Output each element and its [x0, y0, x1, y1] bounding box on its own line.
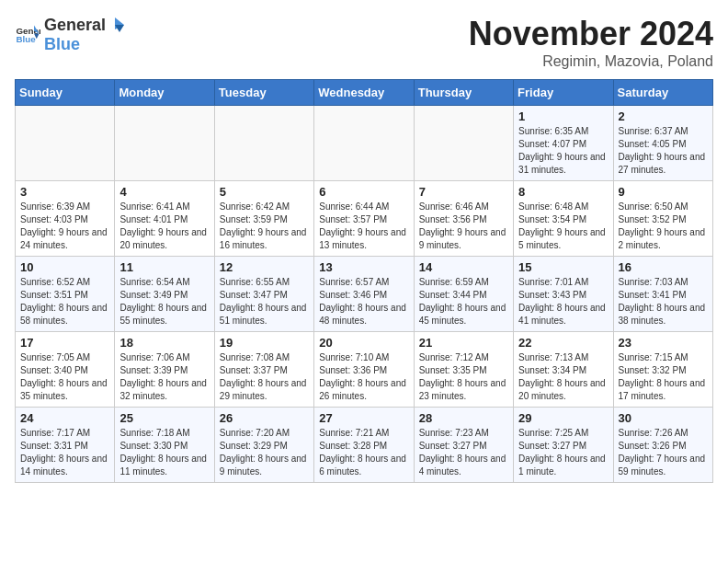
day-number: 22 — [518, 336, 608, 350]
day-info: Sunrise: 6:48 AM Sunset: 3:54 PM Dayligh… — [518, 201, 608, 252]
day-info: Sunrise: 6:41 AM Sunset: 4:01 PM Dayligh… — [119, 201, 209, 252]
svg-text:Blue: Blue — [16, 34, 36, 44]
calendar-cell: 12Sunrise: 6:55 AM Sunset: 3:47 PM Dayli… — [214, 257, 313, 332]
week-row-3: 10Sunrise: 6:52 AM Sunset: 3:51 PM Dayli… — [16, 257, 713, 332]
day-number: 28 — [419, 411, 508, 425]
logo-general-text: General — [44, 16, 106, 35]
calendar-cell: 10Sunrise: 6:52 AM Sunset: 3:51 PM Dayli… — [16, 257, 115, 332]
day-info: Sunrise: 6:35 AM Sunset: 4:07 PM Dayligh… — [518, 125, 608, 177]
day-number: 12 — [220, 260, 309, 274]
day-number: 5 — [220, 185, 309, 199]
calendar-cell: 13Sunrise: 6:57 AM Sunset: 3:46 PM Dayli… — [314, 257, 414, 332]
month-title: November 2024 — [469, 15, 713, 53]
day-number: 4 — [119, 185, 209, 199]
calendar-cell: 18Sunrise: 7:06 AM Sunset: 3:39 PM Dayli… — [115, 332, 214, 408]
day-info: Sunrise: 7:12 AM Sunset: 3:35 PM Dayligh… — [419, 351, 508, 403]
day-info: Sunrise: 6:54 AM Sunset: 3:49 PM Dayligh… — [119, 276, 209, 327]
calendar-cell: 15Sunrise: 7:01 AM Sunset: 3:43 PM Dayli… — [514, 257, 613, 332]
title-area: November 2024 Regimin, Mazovia, Poland — [469, 15, 713, 70]
day-number: 30 — [619, 411, 708, 425]
day-number: 27 — [319, 411, 408, 425]
weekday-header-thursday: Thursday — [414, 80, 513, 106]
location-title: Regimin, Mazovia, Poland — [469, 53, 713, 70]
weekday-header-row: SundayMondayTuesdayWednesdayThursdayFrid… — [16, 80, 713, 106]
day-info: Sunrise: 7:17 AM Sunset: 3:31 PM Dayligh… — [20, 427, 109, 478]
calendar-cell — [314, 106, 414, 181]
calendar-cell: 11Sunrise: 6:54 AM Sunset: 3:49 PM Dayli… — [115, 257, 214, 332]
day-number: 14 — [419, 260, 508, 274]
day-number: 1 — [518, 109, 608, 123]
calendar-cell: 17Sunrise: 7:05 AM Sunset: 3:40 PM Dayli… — [16, 332, 115, 408]
calendar-cell: 26Sunrise: 7:20 AM Sunset: 3:29 PM Dayli… — [214, 408, 313, 483]
day-number: 26 — [220, 411, 309, 425]
day-info: Sunrise: 6:55 AM Sunset: 3:47 PM Dayligh… — [220, 276, 309, 327]
calendar-cell: 23Sunrise: 7:15 AM Sunset: 3:32 PM Dayli… — [613, 332, 712, 408]
day-info: Sunrise: 7:15 AM Sunset: 3:32 PM Dayligh… — [619, 351, 708, 403]
calendar-cell: 24Sunrise: 7:17 AM Sunset: 3:31 PM Dayli… — [16, 408, 115, 483]
day-number: 11 — [119, 260, 209, 274]
day-number: 13 — [319, 260, 408, 274]
day-info: Sunrise: 6:50 AM Sunset: 3:52 PM Dayligh… — [619, 201, 708, 252]
calendar-table: SundayMondayTuesdayWednesdayThursdayFrid… — [15, 79, 713, 483]
weekday-header-monday: Monday — [115, 80, 214, 106]
calendar-cell: 3Sunrise: 6:39 AM Sunset: 4:03 PM Daylig… — [16, 181, 115, 257]
week-row-2: 3Sunrise: 6:39 AM Sunset: 4:03 PM Daylig… — [16, 181, 713, 257]
calendar-cell: 4Sunrise: 6:41 AM Sunset: 4:01 PM Daylig… — [115, 181, 214, 257]
day-info: Sunrise: 7:01 AM Sunset: 3:43 PM Dayligh… — [518, 276, 608, 327]
calendar-cell: 22Sunrise: 7:13 AM Sunset: 3:34 PM Dayli… — [514, 332, 613, 408]
day-info: Sunrise: 7:26 AM Sunset: 3:26 PM Dayligh… — [619, 427, 708, 478]
logo-arrow-icon — [108, 15, 128, 35]
calendar-cell: 28Sunrise: 7:23 AM Sunset: 3:27 PM Dayli… — [414, 408, 513, 483]
weekday-header-tuesday: Tuesday — [214, 80, 313, 106]
day-info: Sunrise: 6:52 AM Sunset: 3:51 PM Dayligh… — [20, 276, 109, 327]
day-info: Sunrise: 6:44 AM Sunset: 3:57 PM Dayligh… — [319, 201, 408, 252]
day-info: Sunrise: 6:59 AM Sunset: 3:44 PM Dayligh… — [419, 276, 508, 327]
day-number: 24 — [20, 411, 109, 425]
week-row-1: 1Sunrise: 6:35 AM Sunset: 4:07 PM Daylig… — [16, 106, 713, 181]
day-info: Sunrise: 7:18 AM Sunset: 3:30 PM Dayligh… — [119, 427, 209, 478]
day-number: 25 — [119, 411, 209, 425]
day-number: 16 — [619, 260, 708, 274]
calendar-cell — [16, 106, 115, 181]
day-number: 3 — [20, 185, 109, 199]
day-info: Sunrise: 7:08 AM Sunset: 3:37 PM Dayligh… — [220, 351, 309, 403]
day-number: 15 — [518, 260, 608, 274]
day-info: Sunrise: 7:05 AM Sunset: 3:40 PM Dayligh… — [20, 351, 109, 403]
day-info: Sunrise: 7:20 AM Sunset: 3:29 PM Dayligh… — [220, 427, 309, 478]
day-info: Sunrise: 7:13 AM Sunset: 3:34 PM Dayligh… — [518, 351, 608, 403]
day-number: 23 — [619, 336, 708, 350]
calendar-cell: 14Sunrise: 6:59 AM Sunset: 3:44 PM Dayli… — [414, 257, 513, 332]
calendar-cell: 29Sunrise: 7:25 AM Sunset: 3:27 PM Dayli… — [514, 408, 613, 483]
day-number: 6 — [319, 185, 408, 199]
calendar-cell: 21Sunrise: 7:12 AM Sunset: 3:35 PM Dayli… — [414, 332, 513, 408]
calendar-cell: 19Sunrise: 7:08 AM Sunset: 3:37 PM Dayli… — [214, 332, 313, 408]
calendar-cell: 2Sunrise: 6:37 AM Sunset: 4:05 PM Daylig… — [613, 106, 712, 181]
day-number: 29 — [518, 411, 608, 425]
week-row-4: 17Sunrise: 7:05 AM Sunset: 3:40 PM Dayli… — [16, 332, 713, 408]
calendar-cell: 1Sunrise: 6:35 AM Sunset: 4:07 PM Daylig… — [514, 106, 613, 181]
day-info: Sunrise: 7:25 AM Sunset: 3:27 PM Dayligh… — [518, 427, 608, 478]
calendar-cell — [214, 106, 313, 181]
day-info: Sunrise: 7:03 AM Sunset: 3:41 PM Dayligh… — [619, 276, 708, 327]
calendar-cell: 20Sunrise: 7:10 AM Sunset: 3:36 PM Dayli… — [314, 332, 414, 408]
day-number: 8 — [518, 185, 608, 199]
calendar-cell: 9Sunrise: 6:50 AM Sunset: 3:52 PM Daylig… — [613, 181, 712, 257]
calendar-cell: 5Sunrise: 6:42 AM Sunset: 3:59 PM Daylig… — [214, 181, 313, 257]
day-number: 18 — [119, 336, 209, 350]
day-info: Sunrise: 6:39 AM Sunset: 4:03 PM Dayligh… — [20, 201, 109, 252]
day-number: 10 — [20, 260, 109, 274]
calendar-cell: 7Sunrise: 6:46 AM Sunset: 3:56 PM Daylig… — [414, 181, 513, 257]
day-number: 20 — [319, 336, 408, 350]
day-info: Sunrise: 7:23 AM Sunset: 3:27 PM Dayligh… — [419, 427, 508, 478]
header: General Blue General Blue November 2024 … — [15, 15, 713, 70]
day-number: 7 — [419, 185, 508, 199]
logo-icon: General Blue — [15, 22, 40, 48]
logo-blue-text: Blue — [44, 35, 80, 53]
day-info: Sunrise: 6:57 AM Sunset: 3:46 PM Dayligh… — [319, 276, 408, 327]
weekday-header-wednesday: Wednesday — [314, 80, 414, 106]
calendar-cell: 25Sunrise: 7:18 AM Sunset: 3:30 PM Dayli… — [115, 408, 214, 483]
day-info: Sunrise: 6:46 AM Sunset: 3:56 PM Dayligh… — [419, 201, 508, 252]
calendar-cell: 16Sunrise: 7:03 AM Sunset: 3:41 PM Dayli… — [613, 257, 712, 332]
calendar-cell: 8Sunrise: 6:48 AM Sunset: 3:54 PM Daylig… — [514, 181, 613, 257]
calendar-cell: 27Sunrise: 7:21 AM Sunset: 3:28 PM Dayli… — [314, 408, 414, 483]
